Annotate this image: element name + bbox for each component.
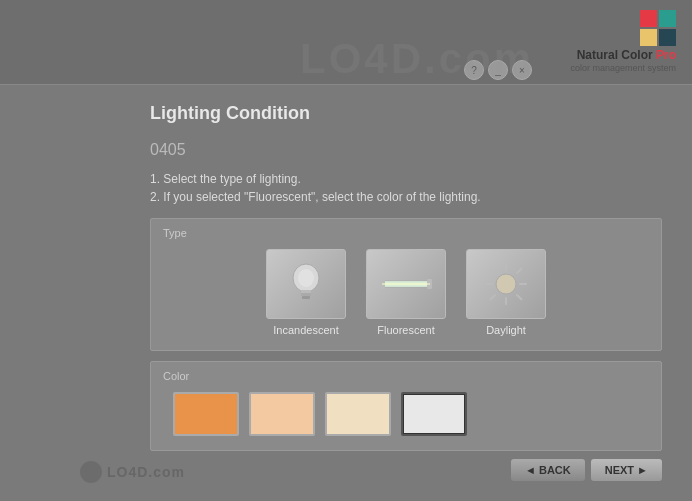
svg-rect-3 [659,29,676,46]
type-section: Type Incandescent [150,218,662,351]
help-button[interactable]: ? [464,60,484,80]
svg-rect-5 [301,290,311,293]
color-swatch-light-peach[interactable] [249,392,315,436]
instructions: 1. Select the type of lighting. 2. If yo… [150,172,662,204]
daylight-icon-box [466,249,546,319]
logo-subtitle: color management system [570,63,676,74]
color-swatch-warm-white[interactable] [325,392,391,436]
watermark-circle [80,461,102,483]
color-swatch-warm-orange[interactable] [173,392,239,436]
fluorescent-label: Fluorescent [377,324,434,336]
svg-line-21 [517,269,521,273]
svg-rect-1 [659,10,676,27]
incandescent-label: Incandescent [273,324,338,336]
svg-rect-0 [640,10,657,27]
type-option-fluorescent[interactable]: Fluorescent [362,249,450,336]
color-section-label: Color [163,370,649,382]
svg-line-22 [491,295,495,299]
bottom-nav: ◄ BACK NEXT ► [511,459,662,481]
logo-icon [640,10,676,46]
main-content: Lighting Condition 0405 1. Select the ty… [0,85,692,479]
daylight-label: Daylight [486,324,526,336]
svg-line-20 [517,295,521,299]
svg-rect-6 [301,293,311,296]
sun-icon [482,260,530,308]
svg-rect-7 [302,296,310,299]
page-number: 0405 [150,130,662,162]
color-section: Color [150,361,662,451]
color-swatch-cool-white[interactable] [401,392,467,436]
fluorescent-icon-box [366,249,446,319]
top-bar: Natural Color Pro color management syste… [0,0,692,85]
watermark-text: LO4D.com [107,464,185,480]
svg-line-19 [491,269,495,273]
next-button[interactable]: NEXT ► [591,459,662,481]
logo-text: Natural Color Pro color management syste… [570,48,676,73]
page-title: Lighting Condition [150,103,662,124]
logo-area: Natural Color Pro color management syste… [570,10,676,73]
type-option-daylight[interactable]: Daylight [462,249,550,336]
fluorescent-icon [378,267,434,301]
type-section-label: Type [163,227,649,239]
instruction-2: 2. If you selected "Fluorescent", select… [150,190,662,204]
svg-point-14 [496,274,516,294]
color-options [163,392,649,436]
back-button[interactable]: ◄ BACK [511,459,585,481]
control-buttons: ? _ × [464,60,532,80]
svg-point-8 [298,269,314,287]
bottom-watermark: LO4D.com [80,461,185,483]
instruction-1: 1. Select the type of lighting. [150,172,662,186]
close-button[interactable]: × [512,60,532,80]
svg-rect-2 [640,29,657,46]
type-option-incandescent[interactable]: Incandescent [262,249,350,336]
minimize-button[interactable]: _ [488,60,508,80]
incandescent-icon-box [266,249,346,319]
bulb-icon [287,260,325,308]
type-options: Incandescent Fluorescent [163,249,649,336]
